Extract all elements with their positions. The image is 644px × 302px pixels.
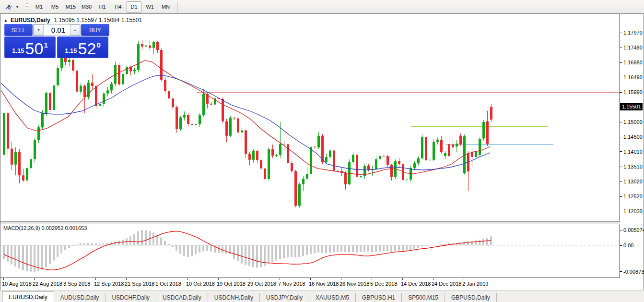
timeframe-button-d1[interactable]: D1 <box>127 1 141 12</box>
chart-tab-usdchf-daily[interactable]: USDCHF,Daily <box>105 293 156 302</box>
date-axis-tick <box>187 278 188 280</box>
date-axis[interactable]: 10 Aug 201822 Aug 20183 Sep 201812 Sep 2… <box>0 278 643 290</box>
current-price-badge: 1.15501 <box>620 103 643 110</box>
chart-tab-usdjpy-daily[interactable]: USDJPY,Daily <box>260 293 309 302</box>
date-axis-label: 21 Sep 2018 <box>125 281 154 287</box>
chart-tab-xauusd-m5[interactable]: XAUUSD,M5 <box>309 293 356 302</box>
price-axis-tick: 1.17480 <box>620 44 643 51</box>
date-axis-tick <box>249 278 249 280</box>
chevron-down-icon[interactable]: ▼ <box>15 5 21 9</box>
chart-shift-icon[interactable] <box>4 2 14 12</box>
date-axis-label: 29 Oct 2018 <box>247 281 276 287</box>
date-axis-tick <box>372 278 372 280</box>
macd-signal-line <box>4 231 491 270</box>
bid-pipette: 1 <box>44 41 47 49</box>
chart-tab-eurusd-daily[interactable]: EURUSD,Daily <box>2 291 54 302</box>
timeframe-toolbar: ▼ M1M5M15M30H1H4D1W1MN <box>0 0 644 14</box>
date-axis-tick <box>95 278 96 280</box>
date-axis-tick <box>402 278 403 280</box>
date-axis-label: 19 Oct 2018 <box>217 281 246 287</box>
chart-tab-gbpusd-h1[interactable]: GBPUSD,H1 <box>356 293 402 302</box>
volume-decrease-button[interactable]: ▼ <box>34 24 44 36</box>
chart-tab-usdcnh-daily[interactable]: USDCNH,Daily <box>208 293 260 302</box>
ask-pipette: 0 <box>96 41 100 49</box>
macd-axis-tick: 0.005074 <box>620 227 644 233</box>
macd-indicator-plot[interactable] <box>1 224 620 277</box>
ask-prefix: 1.15 <box>65 47 77 54</box>
price-axis[interactable]: 1.179701.174801.169801.164901.159901.150… <box>620 14 644 289</box>
chart-tab-usdcad-daily[interactable]: USDCAD,Daily <box>156 293 208 302</box>
date-axis-tick <box>3 278 4 280</box>
date-axis-label: 22 Aug 2018 <box>33 281 62 287</box>
date-axis-label: 24 Dec 2018 <box>432 281 461 287</box>
date-axis-label: 12 Sep 2018 <box>94 281 124 287</box>
date-axis-label: 26 Nov 2018 <box>340 281 369 287</box>
date-axis-label: 10 Oct 2018 <box>186 281 215 287</box>
price-axis-tick: 1.12520 <box>620 193 643 200</box>
toolbar-separator <box>177 1 178 12</box>
macd-pane-border <box>0 277 643 278</box>
date-axis-label: 10 Aug 2018 <box>2 281 32 287</box>
volume-increase-button[interactable]: ▲ <box>70 24 80 36</box>
toolbar-drag-handle[interactable] <box>26 2 28 12</box>
volume-stepper: ▼ 0.01 ▲ <box>33 24 81 36</box>
date-axis-tick <box>280 278 280 280</box>
date-axis-tick <box>157 278 157 280</box>
timeframe-button-m30[interactable]: M30 <box>79 1 94 12</box>
chart-tab-gbpusd-daily[interactable]: GBPUSD,Daily <box>445 293 497 302</box>
date-axis-label: 1 Oct 2018 <box>155 281 181 287</box>
volume-value[interactable]: 0.01 <box>44 24 70 36</box>
chart-tab-audusd-daily[interactable]: AUDUSD,Daily <box>54 293 106 302</box>
date-axis-tick <box>341 278 341 280</box>
one-click-trading-panel: SELL ▼ 0.01 ▲ BUY 1.15 50 1 1.15 52 0 <box>4 24 109 58</box>
price-axis-tick: 1.15000 <box>620 119 643 125</box>
ask-big-digits: 52 <box>78 41 96 56</box>
price-axis-tick: 1.15990 <box>620 89 643 96</box>
timeframe-button-mn[interactable]: MN <box>158 1 173 12</box>
candlestick-series <box>3 40 492 207</box>
timeframe-button-m1[interactable]: M1 <box>32 1 47 12</box>
date-axis-tick <box>310 278 311 280</box>
chart-symbol-period: EURUSD,Daily <box>11 17 50 24</box>
price-axis-tick: 1.17970 <box>620 29 643 36</box>
price-axis-tick: 1.13020 <box>620 178 643 185</box>
date-axis-label: 16 Nov 2018 <box>309 281 339 287</box>
date-axis-tick <box>433 278 433 280</box>
date-axis-tick <box>126 278 127 280</box>
bid-prefix: 1.15 <box>12 47 24 54</box>
date-axis-label: 14 Dec 2018 <box>401 281 431 287</box>
timeframe-button-m5[interactable]: M5 <box>47 1 62 12</box>
price-axis-tick: 1.14500 <box>620 133 643 140</box>
price-axis-tick: 1.12030 <box>620 208 643 215</box>
ask-price-box[interactable]: 1.15 52 0 <box>57 36 108 58</box>
chart-tab-sp500-m15[interactable]: SP500,M15 <box>402 293 445 302</box>
timeframe-button-m15[interactable]: M15 <box>63 1 78 12</box>
macd-axis-tick: 0.00 <box>620 242 633 249</box>
macd-histogram <box>3 230 492 272</box>
macd-label: MACD(12,26,9) 0.002952 0.001653 <box>3 225 87 231</box>
chart-window: ▲ EURUSD,Daily 1.15095 1.15597 1.15084 1… <box>0 13 644 290</box>
price-axis-tick: 1.16980 <box>620 59 643 66</box>
chart-title: ▲ EURUSD,Daily 1.15095 1.15597 1.15084 1… <box>4 17 142 24</box>
date-axis-tick <box>218 278 219 280</box>
timeframe-button-h1[interactable]: H1 <box>95 1 110 12</box>
date-axis-label: 2 Jan 2019 <box>462 281 488 287</box>
bid-price-box[interactable]: 1.15 50 1 <box>4 36 56 58</box>
timeframe-button-h4[interactable]: H4 <box>111 1 126 12</box>
collapse-triangle-icon[interactable]: ▲ <box>4 18 8 23</box>
price-axis-tick: 1.13510 <box>620 163 643 170</box>
macd-axis-tick: -0.00873 <box>620 268 644 275</box>
date-axis-label: 7 Nov 2018 <box>278 281 305 287</box>
date-axis-label: 3 Sep 2018 <box>63 281 90 287</box>
date-axis-tick <box>65 278 65 280</box>
date-axis-label: 5 Dec 2018 <box>370 281 397 287</box>
sell-button[interactable]: SELL <box>4 24 33 36</box>
buy-button[interactable]: BUY <box>81 24 109 36</box>
chart-shift-icon-glyph <box>5 3 13 10</box>
date-axis-tick <box>464 278 464 280</box>
bid-big-digits: 50 <box>25 41 44 56</box>
timeframe-button-w1[interactable]: W1 <box>142 1 157 12</box>
date-axis-tick <box>34 278 35 280</box>
price-axis-tick: 1.14010 <box>620 148 643 155</box>
price-axis-tick: 1.16490 <box>620 74 643 81</box>
